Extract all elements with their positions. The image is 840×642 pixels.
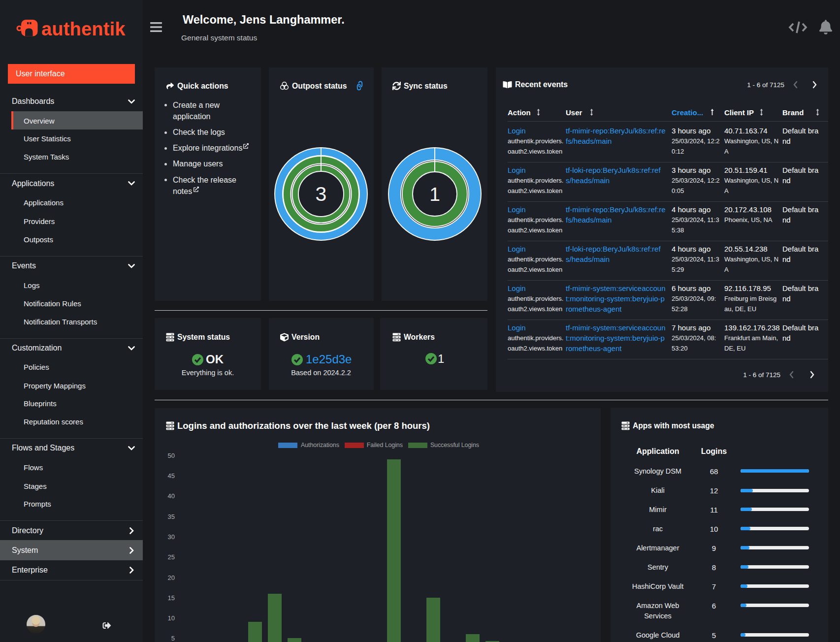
svg-text:authentik: authentik [41, 19, 126, 38]
svg-text:1: 1 [429, 184, 440, 205]
svg-text:3: 3 [316, 183, 327, 205]
